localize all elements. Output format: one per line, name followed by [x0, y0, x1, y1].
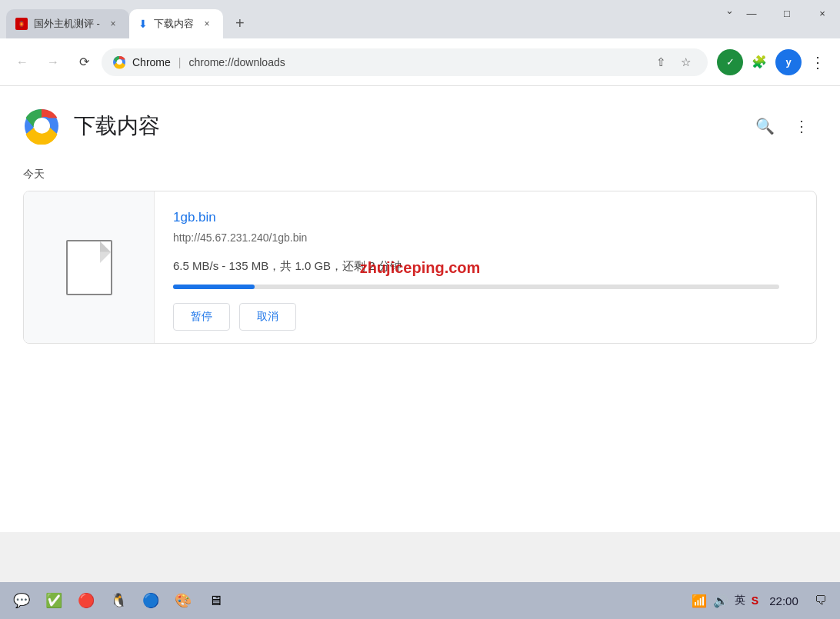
tab-1[interactable]: 🏮 国外主机测评 - ×	[6, 9, 129, 38]
maximize-button[interactable]: □	[769, 0, 805, 27]
tab1-close[interactable]: ×	[106, 17, 120, 31]
more-options-icon[interactable]: ⋮	[786, 111, 817, 141]
toolbar-icons: ✓ 🧩 y ⋮	[717, 49, 831, 75]
taskbar-wechat[interactable]: 💬	[8, 587, 35, 614]
chrome-logo	[23, 108, 60, 145]
window-controls: ⌄ — □ ×	[734, 0, 840, 27]
url-actions: ⇧ ☆	[649, 51, 697, 74]
url-divider: |	[178, 56, 182, 68]
file-icon-area	[24, 191, 155, 343]
download-speed: 6.5 MB/s - 135 MB，共 1.0 GB，还剩 2 分钟	[173, 259, 798, 274]
section-today-label: 今天	[23, 168, 817, 181]
tab-2[interactable]: ⬇ 下载内容 ×	[129, 9, 223, 38]
download-tab-icon: ⬇	[138, 18, 148, 30]
window-dropdown[interactable]: ⌄	[725, 5, 734, 16]
file-icon	[66, 240, 112, 295]
shield-icon[interactable]: ✓	[717, 49, 743, 75]
titlebar: 🏮 国外主机测评 - × ⬇ 下载内容 × + ⌄ — □ ×	[0, 0, 840, 38]
file-icon-fold	[100, 241, 111, 252]
download-card: zhujiceping.com 1gb.bin http://45.67.231…	[23, 191, 817, 344]
taskbar: 💬 ✅ 🔴 🐧 🔵 🎨 🖥 📶 🔊 英 S 22:00 🗨	[0, 582, 840, 619]
taskbar-monitor[interactable]: 🖥	[202, 587, 229, 614]
taskbar-sogou[interactable]: S	[752, 594, 758, 607]
taskbar-penguin[interactable]: 🐧	[105, 587, 132, 614]
page-header: 下载内容 🔍 ⋮	[0, 86, 840, 160]
tab1-title: 国外主机测评 -	[34, 17, 100, 31]
url-site-name: Chrome	[132, 56, 171, 68]
progress-bar-fill	[173, 285, 255, 289]
tab2-title: 下载内容	[154, 17, 194, 31]
cancel-button[interactable]: 取消	[239, 303, 296, 331]
taskbar-time: 22:00	[765, 594, 803, 607]
wifi-icon[interactable]: 📶	[692, 594, 707, 608]
taskbar-right: 📶 🔊 英 S 22:00 🗨	[692, 589, 832, 612]
tab-group: 🏮 国外主机测评 - × ⬇ 下载内容 × +	[0, 0, 254, 38]
back-button[interactable]: ←	[9, 49, 35, 75]
header-actions: 🔍 ⋮	[749, 111, 817, 141]
taskbar-notification[interactable]: 🗨	[809, 589, 832, 612]
bookmark-button[interactable]: ☆	[674, 51, 697, 74]
main-content: 下载内容 🔍 ⋮ 今天 zhujiceping.com 1gb.bin http…	[0, 86, 840, 532]
forward-button[interactable]: →	[40, 49, 66, 75]
download-url: http://45.67.231.240/1gb.bin	[173, 231, 798, 244]
taskbar-lang[interactable]: 英	[735, 594, 745, 607]
close-button[interactable]: ×	[805, 0, 840, 27]
svg-point-4	[35, 120, 48, 132]
tab2-close[interactable]: ×	[200, 17, 214, 31]
taskbar-check[interactable]: ✅	[40, 587, 68, 614]
download-actions: 暂停 取消	[173, 303, 798, 331]
download-info: zhujiceping.com 1gb.bin http://45.67.231…	[155, 191, 816, 343]
menu-button[interactable]: ⋮	[805, 49, 831, 75]
page-title-area: 下载内容	[23, 108, 160, 145]
page-title: 下载内容	[74, 111, 160, 141]
download-filename[interactable]: 1gb.bin	[173, 210, 798, 225]
addressbar: ← → ⟳ Chrome | chrome://downloads ⇧ ☆ ✓ …	[0, 38, 840, 86]
reload-button[interactable]: ⟳	[71, 49, 97, 75]
extensions-icon[interactable]: 🧩	[746, 49, 772, 75]
progress-bar-container	[173, 285, 779, 289]
taskbar-app3[interactable]: 🔴	[72, 587, 100, 614]
url-bar[interactable]: Chrome | chrome://downloads ⇧ ☆	[102, 48, 708, 76]
sound-icon[interactable]: 🔊	[713, 594, 728, 608]
new-tab-button[interactable]: +	[226, 9, 254, 37]
pause-button[interactable]: 暂停	[173, 303, 230, 331]
minimize-button[interactable]: —	[734, 0, 769, 27]
share-button[interactable]: ⇧	[649, 51, 672, 74]
taskbar-figma[interactable]: 🎨	[169, 587, 197, 614]
downloads-body: 今天 zhujiceping.com 1gb.bin http://45.67.…	[0, 160, 840, 359]
search-icon[interactable]: 🔍	[749, 111, 780, 141]
url-site-icon	[112, 55, 126, 69]
url-text: chrome://downloads	[188, 56, 285, 68]
taskbar-bluetooth[interactable]: 🔵	[137, 587, 165, 614]
profile-avatar[interactable]: y	[775, 49, 802, 75]
tab1-favicon: 🏮	[15, 18, 28, 30]
